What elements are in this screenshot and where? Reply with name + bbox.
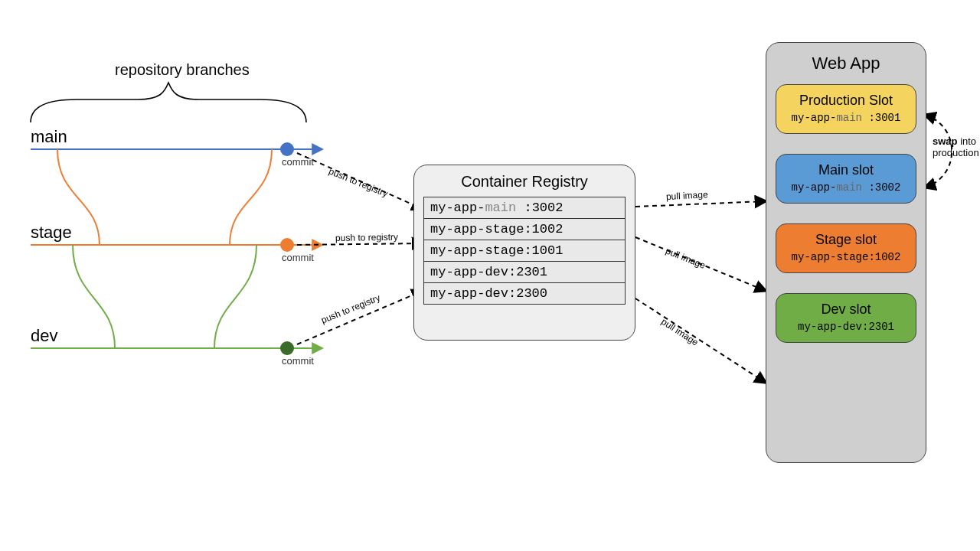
slot-dev: Dev slotmy-app-dev:2301 [776, 293, 916, 343]
container-registry-title: Container Registry [414, 165, 635, 197]
commit-label-main: commit [282, 156, 314, 168]
slot-image-tag: my-app-stage:1002 [784, 251, 908, 263]
web-app-title: Web App [776, 54, 916, 73]
slot-main: Main slotmy-app-main :3002 [776, 154, 916, 204]
web-app-slots: Production Slotmy-app-main :3001Main slo… [776, 84, 916, 343]
slot-image-tag: my-app-dev:2301 [784, 321, 908, 333]
svg-point-4 [280, 238, 294, 252]
push-label-stage: push to registry [335, 232, 398, 243]
pull-label-main: pull image [666, 189, 708, 202]
branch-main-label: main [31, 127, 67, 147]
slot-title: Stage slot [784, 232, 908, 248]
push-label-main: push to registry [327, 166, 389, 200]
swap-label: swap into production [933, 136, 978, 159]
registry-image-row: my-app-stage:1002 [424, 219, 625, 240]
registry-image-row: my-app-stage:1001 [424, 240, 625, 262]
slot-image-tag: my-app-main :3001 [784, 112, 908, 124]
branch-stage-label: stage [31, 223, 72, 243]
swap-label-bold: swap [933, 135, 958, 147]
commit-label-dev: commit [282, 355, 314, 367]
pull-label-stage: pull image [664, 246, 707, 271]
branch-dev-label: dev [31, 326, 57, 346]
svg-point-5 [280, 341, 294, 355]
svg-point-3 [280, 142, 294, 156]
slot-title: Dev slot [784, 302, 908, 318]
web-app-panel: Web App Production Slotmy-app-main :3001… [766, 42, 926, 463]
slot-image-tag: my-app-main :3002 [784, 181, 908, 194]
slot-title: Main slot [784, 162, 908, 178]
commit-label-stage: commit [282, 252, 314, 263]
registry-image-list: my-app-main :3002my-app-stage:1002my-app… [423, 197, 626, 305]
slot-prod: Production Slotmy-app-main :3001 [776, 84, 916, 134]
registry-image-row: my-app-dev:2301 [424, 262, 625, 283]
container-registry: Container Registry my-app-main :3002my-a… [413, 165, 635, 341]
brace-icon [31, 83, 306, 122]
diagram-canvas: repository branches main stage dev commi… [0, 0, 980, 551]
registry-image-row: my-app-main :3002 [424, 197, 625, 219]
registry-image-row: my-app-dev:2300 [424, 283, 625, 304]
pull-label-dev: pull image [659, 316, 701, 348]
push-label-dev: push to registry [319, 292, 381, 326]
slot-stage: Stage slotmy-app-stage:1002 [776, 223, 916, 273]
slot-title: Production Slot [784, 93, 908, 109]
repository-branches-title: repository branches [115, 61, 250, 79]
